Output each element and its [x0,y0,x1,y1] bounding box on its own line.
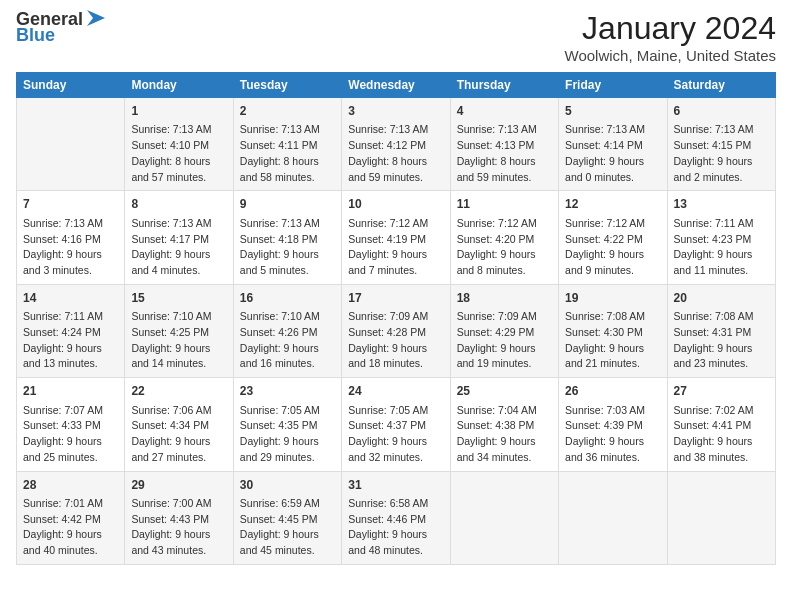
calendar-body: 1Sunrise: 7:13 AMSunset: 4:10 PMDaylight… [17,98,776,565]
cell-w0-d3: 3Sunrise: 7:13 AMSunset: 4:12 PMDaylight… [342,98,450,191]
cell-w0-d2: 2Sunrise: 7:13 AMSunset: 4:11 PMDaylight… [233,98,341,191]
logo-icon [85,8,107,30]
day-number: 9 [240,196,335,213]
header: General Blue January 2024 Woolwich, Main… [16,10,776,64]
cell-w0-d5: 5Sunrise: 7:13 AMSunset: 4:14 PMDaylight… [559,98,667,191]
day-number: 19 [565,290,660,307]
cell-w3-d1: 22Sunrise: 7:06 AMSunset: 4:34 PMDayligh… [125,378,233,471]
cell-w4-d6 [667,471,775,564]
cell-content: Sunrise: 7:01 AMSunset: 4:42 PMDaylight:… [23,496,118,559]
day-number: 14 [23,290,118,307]
header-saturday: Saturday [667,73,775,98]
cell-w1-d6: 13Sunrise: 7:11 AMSunset: 4:23 PMDayligh… [667,191,775,284]
cell-content: Sunrise: 7:09 AMSunset: 4:28 PMDaylight:… [348,309,443,372]
title-block: January 2024 Woolwich, Maine, United Sta… [565,10,777,64]
week-row-4: 28Sunrise: 7:01 AMSunset: 4:42 PMDayligh… [17,471,776,564]
cell-w1-d1: 8Sunrise: 7:13 AMSunset: 4:17 PMDaylight… [125,191,233,284]
day-number: 29 [131,477,226,494]
cell-content: Sunrise: 7:12 AMSunset: 4:22 PMDaylight:… [565,216,660,279]
cell-w2-d6: 20Sunrise: 7:08 AMSunset: 4:31 PMDayligh… [667,284,775,377]
cell-content: Sunrise: 7:11 AMSunset: 4:23 PMDaylight:… [674,216,769,279]
cell-content: Sunrise: 7:13 AMSunset: 4:18 PMDaylight:… [240,216,335,279]
cell-w3-d5: 26Sunrise: 7:03 AMSunset: 4:39 PMDayligh… [559,378,667,471]
cell-content: Sunrise: 7:00 AMSunset: 4:43 PMDaylight:… [131,496,226,559]
cell-content: Sunrise: 7:13 AMSunset: 4:11 PMDaylight:… [240,122,335,185]
cell-content: Sunrise: 7:08 AMSunset: 4:31 PMDaylight:… [674,309,769,372]
day-number: 2 [240,103,335,120]
day-number: 5 [565,103,660,120]
day-number: 27 [674,383,769,400]
day-number: 30 [240,477,335,494]
page-subtitle: Woolwich, Maine, United States [565,47,777,64]
cell-w1-d0: 7Sunrise: 7:13 AMSunset: 4:16 PMDaylight… [17,191,125,284]
cell-w2-d5: 19Sunrise: 7:08 AMSunset: 4:30 PMDayligh… [559,284,667,377]
cell-w3-d3: 24Sunrise: 7:05 AMSunset: 4:37 PMDayligh… [342,378,450,471]
cell-w4-d3: 31Sunrise: 6:58 AMSunset: 4:46 PMDayligh… [342,471,450,564]
cell-content: Sunrise: 7:08 AMSunset: 4:30 PMDaylight:… [565,309,660,372]
cell-content: Sunrise: 7:13 AMSunset: 4:15 PMDaylight:… [674,122,769,185]
cell-w1-d5: 12Sunrise: 7:12 AMSunset: 4:22 PMDayligh… [559,191,667,284]
header-thursday: Thursday [450,73,558,98]
cell-content: Sunrise: 7:13 AMSunset: 4:14 PMDaylight:… [565,122,660,185]
cell-content: Sunrise: 7:09 AMSunset: 4:29 PMDaylight:… [457,309,552,372]
cell-content: Sunrise: 7:12 AMSunset: 4:19 PMDaylight:… [348,216,443,279]
cell-w4-d2: 30Sunrise: 6:59 AMSunset: 4:45 PMDayligh… [233,471,341,564]
cell-w0-d6: 6Sunrise: 7:13 AMSunset: 4:15 PMDaylight… [667,98,775,191]
logo-text-line2: Blue [16,26,55,46]
day-number: 21 [23,383,118,400]
header-sunday: Sunday [17,73,125,98]
header-monday: Monday [125,73,233,98]
cell-content: Sunrise: 6:59 AMSunset: 4:45 PMDaylight:… [240,496,335,559]
cell-w3-d4: 25Sunrise: 7:04 AMSunset: 4:38 PMDayligh… [450,378,558,471]
day-number: 7 [23,196,118,213]
day-number: 24 [348,383,443,400]
cell-w4-d1: 29Sunrise: 7:00 AMSunset: 4:43 PMDayligh… [125,471,233,564]
cell-w4-d5 [559,471,667,564]
day-number: 3 [348,103,443,120]
cell-content: Sunrise: 6:58 AMSunset: 4:46 PMDaylight:… [348,496,443,559]
cell-w1-d3: 10Sunrise: 7:12 AMSunset: 4:19 PMDayligh… [342,191,450,284]
cell-w4-d4 [450,471,558,564]
cell-w2-d2: 16Sunrise: 7:10 AMSunset: 4:26 PMDayligh… [233,284,341,377]
day-number: 18 [457,290,552,307]
day-number: 28 [23,477,118,494]
cell-content: Sunrise: 7:10 AMSunset: 4:26 PMDaylight:… [240,309,335,372]
day-number: 16 [240,290,335,307]
cell-content: Sunrise: 7:13 AMSunset: 4:12 PMDaylight:… [348,122,443,185]
week-row-1: 7Sunrise: 7:13 AMSunset: 4:16 PMDaylight… [17,191,776,284]
header-friday: Friday [559,73,667,98]
cell-content: Sunrise: 7:13 AMSunset: 4:17 PMDaylight:… [131,216,226,279]
day-number: 8 [131,196,226,213]
day-number: 17 [348,290,443,307]
cell-content: Sunrise: 7:03 AMSunset: 4:39 PMDaylight:… [565,403,660,466]
cell-w0-d4: 4Sunrise: 7:13 AMSunset: 4:13 PMDaylight… [450,98,558,191]
day-number: 12 [565,196,660,213]
cell-content: Sunrise: 7:11 AMSunset: 4:24 PMDaylight:… [23,309,118,372]
day-number: 15 [131,290,226,307]
cell-content: Sunrise: 7:04 AMSunset: 4:38 PMDaylight:… [457,403,552,466]
cell-w1-d2: 9Sunrise: 7:13 AMSunset: 4:18 PMDaylight… [233,191,341,284]
day-number: 23 [240,383,335,400]
header-row: Sunday Monday Tuesday Wednesday Thursday… [17,73,776,98]
cell-content: Sunrise: 7:10 AMSunset: 4:25 PMDaylight:… [131,309,226,372]
day-number: 10 [348,196,443,213]
week-row-3: 21Sunrise: 7:07 AMSunset: 4:33 PMDayligh… [17,378,776,471]
cell-content: Sunrise: 7:13 AMSunset: 4:13 PMDaylight:… [457,122,552,185]
cell-w3-d0: 21Sunrise: 7:07 AMSunset: 4:33 PMDayligh… [17,378,125,471]
header-tuesday: Tuesday [233,73,341,98]
week-row-0: 1Sunrise: 7:13 AMSunset: 4:10 PMDaylight… [17,98,776,191]
day-number: 26 [565,383,660,400]
day-number: 6 [674,103,769,120]
header-wednesday: Wednesday [342,73,450,98]
cell-w0-d0 [17,98,125,191]
page-container: General Blue January 2024 Woolwich, Main… [0,0,792,575]
cell-content: Sunrise: 7:13 AMSunset: 4:10 PMDaylight:… [131,122,226,185]
cell-w2-d3: 17Sunrise: 7:09 AMSunset: 4:28 PMDayligh… [342,284,450,377]
day-number: 25 [457,383,552,400]
cell-w3-d6: 27Sunrise: 7:02 AMSunset: 4:41 PMDayligh… [667,378,775,471]
cell-content: Sunrise: 7:05 AMSunset: 4:37 PMDaylight:… [348,403,443,466]
cell-w4-d0: 28Sunrise: 7:01 AMSunset: 4:42 PMDayligh… [17,471,125,564]
cell-content: Sunrise: 7:07 AMSunset: 4:33 PMDaylight:… [23,403,118,466]
logo: General Blue [16,10,107,46]
cell-w0-d1: 1Sunrise: 7:13 AMSunset: 4:10 PMDaylight… [125,98,233,191]
